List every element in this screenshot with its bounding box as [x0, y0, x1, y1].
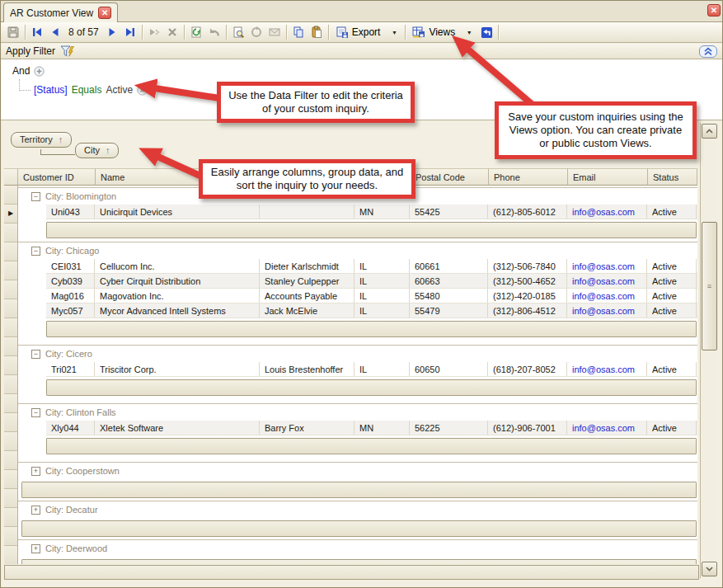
- column-header-status[interactable]: Status: [648, 168, 697, 186]
- paste-button[interactable]: [308, 23, 326, 41]
- expand-icon[interactable]: +: [31, 506, 40, 515]
- filter-condition-operator[interactable]: Equals: [72, 84, 102, 96]
- group-row[interactable]: −City: Chicago: [18, 242, 697, 259]
- filter-condition-field[interactable]: [Status]: [34, 84, 68, 96]
- expand-icon[interactable]: +: [31, 544, 40, 553]
- column-header-phone[interactable]: Phone: [489, 168, 568, 186]
- email-button[interactable]: [265, 23, 284, 41]
- tab-close-icon[interactable]: ✕: [98, 7, 111, 19]
- last-record-button[interactable]: [121, 23, 139, 41]
- add-condition-icon[interactable]: [34, 66, 45, 77]
- window-close-icon[interactable]: ✕: [707, 4, 721, 16]
- cell-contact: Dieter Karlschmidt: [260, 259, 354, 273]
- row-indicator-cell[interactable]: [4, 413, 18, 432]
- row-indicator-cell[interactable]: [4, 508, 18, 527]
- collapse-icon[interactable]: −: [31, 350, 40, 359]
- filter-condition-value[interactable]: Active: [106, 84, 133, 96]
- views-dropdown-button[interactable]: ▼: [459, 23, 477, 41]
- cell-phone: (312)-806-4512: [488, 303, 567, 318]
- column-header-customer-id[interactable]: Customer ID: [18, 168, 96, 186]
- cell-email[interactable]: info@osas.com: [567, 362, 647, 376]
- tree-connector: [19, 79, 31, 91]
- group-row[interactable]: +City: Deerwood: [18, 539, 697, 557]
- cell-email[interactable]: info@osas.com: [567, 303, 647, 318]
- table-row[interactable]: Tri021Triscitor Corp.Louis Brestenhoffer…: [46, 362, 697, 377]
- row-indicator-cell[interactable]: [4, 451, 18, 470]
- row-indicator-cell[interactable]: [4, 432, 18, 451]
- expand-icon[interactable]: +: [31, 467, 40, 476]
- export-dropdown-button[interactable]: ▼: [384, 23, 402, 41]
- column-header-postal-code[interactable]: Postal Code: [411, 168, 489, 186]
- cell-postal-code: 55480: [410, 289, 488, 303]
- table-row[interactable]: Mag016Magovation Inc.Accounts PayableIL5…: [46, 289, 697, 303]
- remove-condition-icon[interactable]: [137, 85, 148, 96]
- group-button-label: City: [84, 145, 100, 155]
- row-indicator-cell[interactable]: ▶: [4, 205, 18, 223]
- save-button[interactable]: [4, 23, 22, 41]
- new-record-button[interactable]: [145, 23, 163, 41]
- scroll-up-button[interactable]: [702, 124, 717, 139]
- next-record-button[interactable]: [103, 23, 121, 41]
- chevron-down-icon: ▼: [392, 30, 397, 35]
- collapse-icon[interactable]: −: [31, 247, 40, 256]
- row-indicator-cell[interactable]: [4, 546, 18, 564]
- cell-status: Active: [647, 205, 697, 219]
- table-row[interactable]: Cyb039Cyber Cirquit DistributionStanley …: [46, 274, 697, 289]
- undo-button[interactable]: [205, 23, 223, 41]
- first-record-button[interactable]: [28, 23, 46, 41]
- group-row[interactable]: −City: Cicero: [18, 345, 697, 362]
- row-indicator-cell[interactable]: [4, 375, 18, 394]
- row-indicator-cell[interactable]: [4, 261, 18, 280]
- cell-email[interactable]: info@osas.com: [567, 205, 647, 219]
- filter-condition[interactable]: [Status] Equals Active: [34, 84, 148, 96]
- cell-email[interactable]: info@osas.com: [567, 421, 647, 435]
- row-indicator-cell[interactable]: [4, 394, 18, 413]
- row-indicator-cell[interactable]: [4, 470, 18, 489]
- vertical-scrollbar[interactable]: ≡: [700, 123, 717, 578]
- cell-customer-id: Xly044: [46, 421, 95, 435]
- views-button[interactable]: Views: [408, 23, 459, 41]
- collapse-icon[interactable]: −: [31, 192, 40, 201]
- cell-name: Triscitor Corp.: [95, 362, 260, 376]
- row-indicator-cell[interactable]: [4, 356, 18, 375]
- table-row[interactable]: Uni043Unicirquit DevicesMN55425(612)-805…: [46, 205, 697, 219]
- copy-button[interactable]: [289, 23, 308, 41]
- scroll-down-button[interactable]: [702, 562, 717, 576]
- row-indicator-cell[interactable]: [4, 223, 18, 242]
- row-indicator-cell[interactable]: [4, 186, 18, 205]
- row-indicator-cell[interactable]: [4, 337, 18, 356]
- row-indicator-cell[interactable]: [4, 489, 18, 508]
- table-row[interactable]: Myc057Mycor Advanced Intell SystemsJack …: [46, 303, 697, 318]
- export-button[interactable]: Export: [331, 23, 385, 41]
- filter-operator[interactable]: And: [12, 65, 30, 77]
- row-indicator-cell[interactable]: [4, 242, 18, 261]
- row-indicator-cell[interactable]: [4, 280, 18, 299]
- cell-phone: (618)-207-8052: [488, 362, 567, 376]
- print-preview-button[interactable]: [229, 23, 247, 41]
- scrollbar-thumb[interactable]: ≡: [702, 222, 717, 350]
- group-button-territory[interactable]: Territory ↑: [11, 132, 72, 148]
- row-indicator-cell[interactable]: [4, 318, 18, 337]
- group-row[interactable]: −City: Clinton Falls: [18, 403, 697, 421]
- back-button[interactable]: [477, 23, 495, 41]
- group-row[interactable]: +City: Cooperstown: [18, 462, 697, 479]
- collapse-icon[interactable]: −: [31, 408, 40, 417]
- column-header-email[interactable]: Email: [568, 168, 648, 186]
- table-row[interactable]: CEI031Cellucom Inc.Dieter KarlschmidtIL6…: [46, 259, 697, 274]
- group-row[interactable]: +City: Decatur: [18, 501, 697, 518]
- cell-email[interactable]: info@osas.com: [567, 274, 647, 288]
- toolbar-separator: [142, 25, 143, 40]
- tab-ar-customer-view[interactable]: AR Customer View ✕: [3, 2, 118, 22]
- filter-collapse-button[interactable]: [699, 45, 717, 58]
- sync-button[interactable]: [247, 23, 265, 41]
- table-row[interactable]: Xly044Xletek SoftwareBarry FoxMN56225(61…: [46, 421, 697, 435]
- refresh-button[interactable]: [187, 23, 205, 41]
- cell-email[interactable]: info@osas.com: [567, 259, 647, 273]
- cell-email[interactable]: info@osas.com: [567, 289, 647, 303]
- next-record-icon: [106, 26, 119, 39]
- row-indicator-cell[interactable]: [4, 299, 18, 318]
- delete-record-button[interactable]: [163, 23, 181, 41]
- previous-record-button[interactable]: [46, 23, 64, 41]
- group-button-city[interactable]: City ↑: [75, 143, 119, 158]
- row-indicator-cell[interactable]: [4, 527, 18, 546]
